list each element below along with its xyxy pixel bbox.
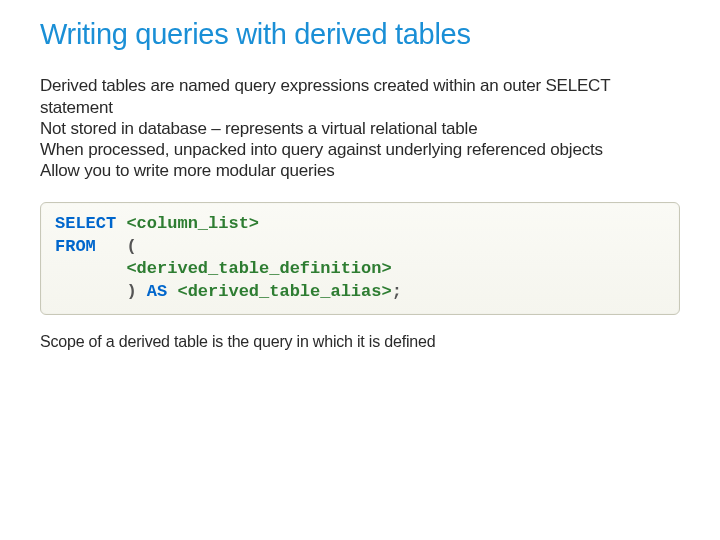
- code-line: FROM (: [55, 236, 665, 259]
- code-block: SELECT <column_list> FROM ( <derived_tab…: [40, 202, 680, 316]
- bullet-item: Allow you to write more modular queries: [40, 160, 680, 181]
- bullet-item: When processed, unpacked into query agai…: [40, 139, 680, 160]
- paren-open: (: [126, 237, 136, 256]
- placeholder-alias: <derived_table_alias>: [177, 282, 391, 301]
- footer-note: Scope of a derived table is the query in…: [40, 333, 680, 351]
- placeholder-column-list: <column_list>: [126, 214, 259, 233]
- code-line: ) AS <derived_table_alias>;: [55, 281, 665, 304]
- keyword-select: SELECT: [55, 214, 116, 233]
- keyword-as: AS: [147, 282, 167, 301]
- code-line: SELECT <column_list>: [55, 213, 665, 236]
- placeholder-derived-def: <derived_table_definition>: [126, 259, 391, 278]
- bullet-item: Derived tables are named query expressio…: [40, 75, 680, 118]
- slide-title: Writing queries with derived tables: [40, 18, 680, 51]
- paren-close: ): [126, 282, 136, 301]
- code-line: <derived_table_definition>: [55, 258, 665, 281]
- bullet-list: Derived tables are named query expressio…: [40, 75, 680, 181]
- bullet-item: Not stored in database – represents a vi…: [40, 118, 680, 139]
- keyword-from: FROM: [55, 237, 96, 256]
- semicolon: ;: [392, 282, 402, 301]
